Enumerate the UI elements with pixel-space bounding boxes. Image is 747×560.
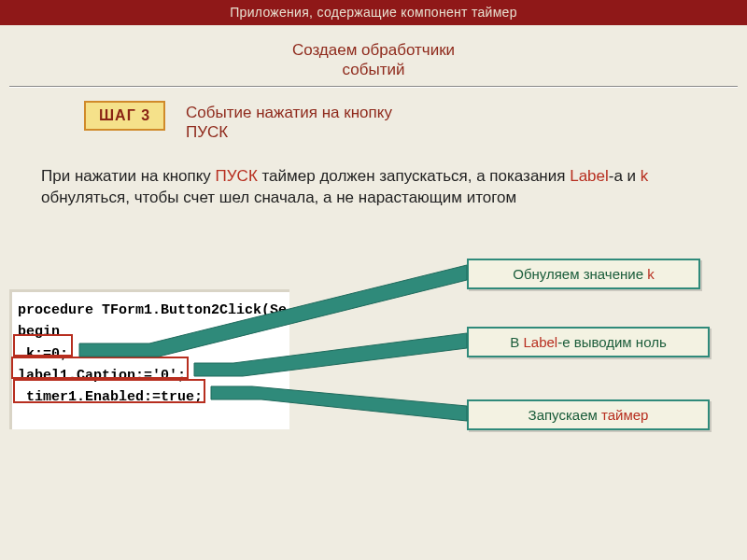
divider bbox=[9, 86, 738, 88]
desc-part: обнуляться, чтобы счет шел сначала, а не… bbox=[41, 189, 516, 206]
callout-text: Запускаем bbox=[529, 407, 601, 423]
callout-keyword-k: k bbox=[647, 266, 655, 282]
subtitle-line2: событий bbox=[343, 61, 405, 78]
step-text-line2: ПУСК bbox=[186, 123, 228, 141]
callout-keyword-label: Label bbox=[523, 334, 557, 350]
highlight-box-k bbox=[13, 334, 73, 357]
desc-part: При нажатии на кнопку bbox=[41, 167, 216, 185]
callout-text: В bbox=[510, 334, 523, 350]
desc-keyword-label: Label bbox=[570, 167, 609, 185]
callout-text: Обнуляем значение bbox=[513, 266, 647, 282]
highlight-box-label bbox=[11, 357, 189, 379]
callout-text: -е выводим ноль bbox=[557, 334, 667, 350]
subtitle-line1: Создаем обработчики bbox=[292, 41, 455, 59]
desc-keyword-k: k bbox=[641, 167, 649, 185]
subtitle: Создаем обработчики событий bbox=[0, 40, 747, 80]
callout-start-timer: Запускаем таймер bbox=[467, 399, 710, 430]
desc-keyword-pusk: ПУСК bbox=[216, 167, 258, 185]
code-line: procedure TForm1.Button2Click(Se bbox=[18, 302, 287, 318]
description-paragraph: При нажатии на кнопку ПУСК таймер должен… bbox=[41, 166, 713, 209]
callout-keyword-timer: таймер bbox=[601, 407, 648, 423]
step-text: Событие нажатия на кнопку ПУСК bbox=[186, 101, 392, 143]
callout-label-zero: В Label-е выводим ноль bbox=[467, 327, 710, 357]
step-row: ШАГ 3 Событие нажатия на кнопку ПУСК bbox=[84, 101, 747, 143]
step-text-line1: Событие нажатия на кнопку bbox=[186, 104, 392, 121]
page-banner: Приложения, содержащие компонент таймер bbox=[0, 0, 747, 25]
callout-reset-k: Обнуляем значение k bbox=[467, 259, 700, 289]
desc-part: -а и bbox=[609, 167, 641, 185]
step-badge: ШАГ 3 bbox=[84, 101, 165, 131]
desc-part: таймер должен запускаться, а показания bbox=[258, 167, 570, 185]
divider-line bbox=[9, 86, 738, 88]
highlight-box-timer bbox=[13, 379, 205, 403]
